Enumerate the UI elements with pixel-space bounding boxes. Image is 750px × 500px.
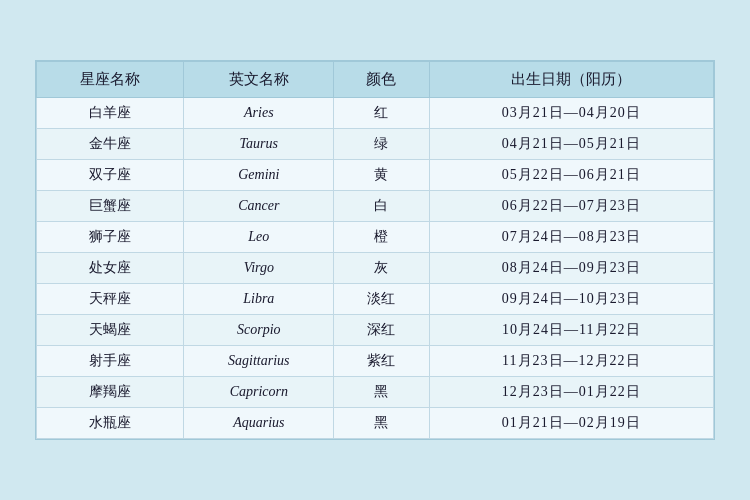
chinese-name-cell: 水瓶座 bbox=[37, 408, 184, 439]
table-row: 白羊座Aries红03月21日—04月20日 bbox=[37, 98, 714, 129]
color-cell: 白 bbox=[334, 191, 429, 222]
zodiac-table-container: 星座名称 英文名称 颜色 出生日期（阳历） 白羊座Aries红03月21日—04… bbox=[35, 60, 715, 440]
dates-cell: 08月24日—09月23日 bbox=[429, 253, 713, 284]
english-name-cell: Libra bbox=[184, 284, 334, 315]
table-row: 射手座Sagittarius紫红11月23日—12月22日 bbox=[37, 346, 714, 377]
color-cell: 淡红 bbox=[334, 284, 429, 315]
english-name-cell: Aquarius bbox=[184, 408, 334, 439]
color-cell: 深红 bbox=[334, 315, 429, 346]
color-cell: 黑 bbox=[334, 377, 429, 408]
table-row: 天蝎座Scorpio深红10月24日—11月22日 bbox=[37, 315, 714, 346]
dates-cell: 05月22日—06月21日 bbox=[429, 160, 713, 191]
table-row: 处女座Virgo灰08月24日—09月23日 bbox=[37, 253, 714, 284]
english-name-cell: Capricorn bbox=[184, 377, 334, 408]
table-row: 狮子座Leo橙07月24日—08月23日 bbox=[37, 222, 714, 253]
chinese-name-cell: 白羊座 bbox=[37, 98, 184, 129]
dates-cell: 06月22日—07月23日 bbox=[429, 191, 713, 222]
dates-cell: 09月24日—10月23日 bbox=[429, 284, 713, 315]
table-row: 天秤座Libra淡红09月24日—10月23日 bbox=[37, 284, 714, 315]
chinese-name-cell: 双子座 bbox=[37, 160, 184, 191]
chinese-name-cell: 射手座 bbox=[37, 346, 184, 377]
english-name-cell: Gemini bbox=[184, 160, 334, 191]
dates-cell: 01月21日—02月19日 bbox=[429, 408, 713, 439]
chinese-name-cell: 处女座 bbox=[37, 253, 184, 284]
chinese-name-cell: 天蝎座 bbox=[37, 315, 184, 346]
header-english-name: 英文名称 bbox=[184, 62, 334, 98]
color-cell: 黑 bbox=[334, 408, 429, 439]
chinese-name-cell: 天秤座 bbox=[37, 284, 184, 315]
english-name-cell: Cancer bbox=[184, 191, 334, 222]
chinese-name-cell: 狮子座 bbox=[37, 222, 184, 253]
english-name-cell: Scorpio bbox=[184, 315, 334, 346]
color-cell: 黄 bbox=[334, 160, 429, 191]
header-color: 颜色 bbox=[334, 62, 429, 98]
color-cell: 绿 bbox=[334, 129, 429, 160]
english-name-cell: Taurus bbox=[184, 129, 334, 160]
table-row: 水瓶座Aquarius黑01月21日—02月19日 bbox=[37, 408, 714, 439]
chinese-name-cell: 金牛座 bbox=[37, 129, 184, 160]
dates-cell: 07月24日—08月23日 bbox=[429, 222, 713, 253]
color-cell: 紫红 bbox=[334, 346, 429, 377]
table-row: 巨蟹座Cancer白06月22日—07月23日 bbox=[37, 191, 714, 222]
dates-cell: 12月23日—01月22日 bbox=[429, 377, 713, 408]
table-body: 白羊座Aries红03月21日—04月20日金牛座Taurus绿04月21日—0… bbox=[37, 98, 714, 439]
table-row: 金牛座Taurus绿04月21日—05月21日 bbox=[37, 129, 714, 160]
dates-cell: 10月24日—11月22日 bbox=[429, 315, 713, 346]
header-chinese-name: 星座名称 bbox=[37, 62, 184, 98]
english-name-cell: Leo bbox=[184, 222, 334, 253]
table-row: 摩羯座Capricorn黑12月23日—01月22日 bbox=[37, 377, 714, 408]
chinese-name-cell: 摩羯座 bbox=[37, 377, 184, 408]
dates-cell: 04月21日—05月21日 bbox=[429, 129, 713, 160]
chinese-name-cell: 巨蟹座 bbox=[37, 191, 184, 222]
color-cell: 红 bbox=[334, 98, 429, 129]
table-row: 双子座Gemini黄05月22日—06月21日 bbox=[37, 160, 714, 191]
table-header-row: 星座名称 英文名称 颜色 出生日期（阳历） bbox=[37, 62, 714, 98]
dates-cell: 03月21日—04月20日 bbox=[429, 98, 713, 129]
english-name-cell: Virgo bbox=[184, 253, 334, 284]
header-dates: 出生日期（阳历） bbox=[429, 62, 713, 98]
english-name-cell: Aries bbox=[184, 98, 334, 129]
dates-cell: 11月23日—12月22日 bbox=[429, 346, 713, 377]
color-cell: 橙 bbox=[334, 222, 429, 253]
english-name-cell: Sagittarius bbox=[184, 346, 334, 377]
color-cell: 灰 bbox=[334, 253, 429, 284]
zodiac-table: 星座名称 英文名称 颜色 出生日期（阳历） 白羊座Aries红03月21日—04… bbox=[36, 61, 714, 439]
